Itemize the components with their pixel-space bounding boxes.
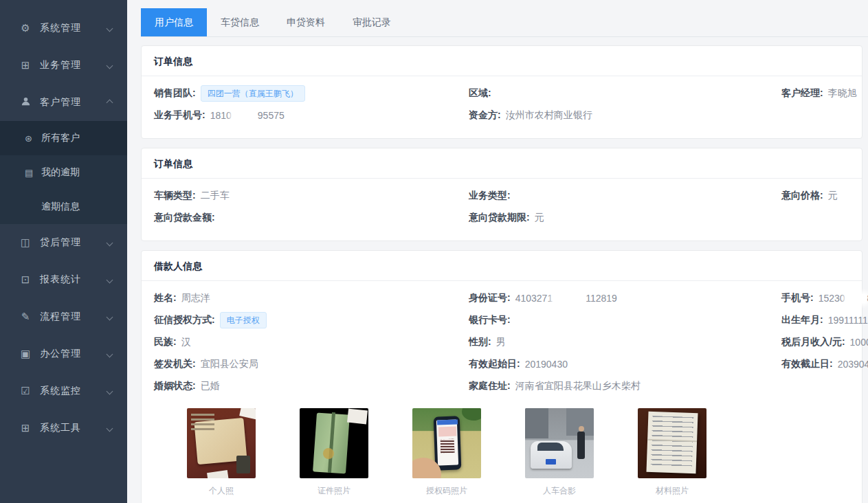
field-valid-from: 有效起始日: 20190430: [469, 358, 781, 370]
sidebar-item-business-management[interactable]: ⊞ 业务管理: [0, 47, 127, 84]
submenu-item-label: 所有客户: [41, 132, 80, 144]
phone-qr-code-photo-thumbnail[interactable]: [412, 408, 481, 478]
field-marital-status: 婚姻状态: 已婚: [154, 380, 469, 392]
monitor-icon: ⊡: [19, 273, 32, 286]
photo-caption: 人车合影: [525, 485, 594, 497]
field-issuing-authority: 签发机关: 宜阳县公安局: [154, 358, 469, 370]
field-mobile-phone: 手机号: 152308137: [781, 292, 868, 304]
toolbox-icon: ⊞: [19, 422, 32, 434]
book-icon: ◫: [19, 236, 32, 249]
order-info-card-2: 订单信息 车辆类型: 二手车 业务类型: 意向价格: 元: [141, 148, 863, 241]
field-intent-loan-term: 意向贷款期限: 元: [469, 212, 781, 224]
sidebar-item-system-management[interactable]: ⚙ 系统管理: [0, 10, 127, 47]
sidebar-item-system-monitor[interactable]: ☑ 系统监控: [0, 372, 127, 410]
sidebar-item-postloan-management[interactable]: ◫ 贷后管理: [0, 224, 127, 261]
sidebar-item-label: 系统工具: [40, 422, 107, 434]
id-card-photo-thumbnail[interactable]: [187, 408, 256, 478]
document-booklet-photo-thumbnail[interactable]: [300, 408, 368, 478]
photo-item: 授权码照片: [412, 408, 481, 497]
sidebar-item-process-management[interactable]: ✎ 流程管理: [0, 298, 127, 335]
chevron-up-icon: [107, 99, 113, 106]
submenu-item-label: 逾期信息: [41, 201, 80, 213]
field-bank-card: 银行卡号:: [469, 314, 781, 326]
chevron-down-icon: [107, 276, 113, 283]
field-funder: 资金方: 汝州市农村商业银行: [469, 109, 781, 122]
borrower-photo-list: 个人照 证件照片: [187, 408, 849, 497]
sidebar-item-label: 系统管理: [40, 22, 107, 34]
tab-user-info[interactable]: 用户信息: [141, 8, 207, 36]
chevron-down-icon: [107, 425, 113, 432]
sidebar-item-label: 流程管理: [40, 311, 107, 323]
field-credit-auth-method: 征信授权方式: 电子授权: [154, 312, 469, 328]
sidebar-item-label: 客户管理: [40, 96, 107, 109]
sidebar-item-report-statistics[interactable]: ⊡ 报表统计: [0, 261, 127, 298]
field-intent-loan-amount: 意向贷款金额:: [154, 212, 469, 224]
field-ethnicity: 民族: 汉: [154, 336, 469, 348]
photo-item: 材料照片: [638, 408, 706, 497]
chevron-down-icon: [107, 239, 113, 246]
card-title: 订单信息: [142, 46, 862, 76]
sales-team-tag[interactable]: 四团一营（直属王鹏飞）: [201, 85, 305, 102]
field-birth-date: 出生年月: 19911111: [781, 314, 868, 326]
field-gender: 性别: 男: [469, 336, 781, 348]
card-title: 订单信息: [142, 148, 862, 179]
app-window: ⚙ 系统管理 ⊞ 业务管理 客户管理 ⊛ 所有客户 ▤ 我的逾期: [0, 0, 868, 503]
tab-car-loan-info[interactable]: 车贷信息: [207, 8, 273, 36]
sidebar-item-office-management[interactable]: ▣ 办公管理: [0, 335, 127, 372]
tab-approval-records[interactable]: 审批记录: [339, 8, 405, 36]
order-info-card-1: 订单信息 销售团队: 四团一营（直属王鹏飞） 区域: 客户经理:: [141, 45, 863, 139]
field-business-type: 业务类型:: [469, 190, 781, 202]
field-valid-to: 有效截止日: 20390430: [781, 358, 868, 370]
photo-caption: 个人照: [187, 485, 256, 497]
card-title: 借款人信息: [142, 251, 862, 281]
photo-item: 证件照片: [300, 408, 368, 497]
submenu-item-all-customers[interactable]: ⊛ 所有客户: [0, 121, 127, 155]
photo-caption: 证件照片: [300, 485, 368, 497]
tab-panel-user-info: 订单信息 销售团队: 四团一营（直属王鹏飞） 区域: 客户经理:: [141, 37, 868, 503]
submenu-item-my-overdue[interactable]: ▤ 我的逾期: [0, 155, 127, 190]
field-business-phone: 业务手机号: 181095575: [154, 109, 469, 122]
field-intent-price: 意向价格: 元: [781, 190, 849, 202]
credit-auth-tag[interactable]: 电子授权: [220, 312, 267, 328]
sidebar-item-customer-management[interactable]: 客户管理: [0, 84, 127, 121]
sidebar-item-label: 报表统计: [40, 273, 107, 286]
redaction-blur: [846, 294, 867, 303]
field-region: 区域:: [469, 87, 781, 100]
clipboard-icon: ✎: [19, 311, 32, 323]
chevron-down-icon: [107, 313, 113, 320]
monitor-check-icon: ☑: [19, 385, 32, 397]
redaction-blur: [232, 111, 257, 120]
field-vehicle-type: 车辆类型: 二手车: [154, 190, 469, 202]
photo-item: 个人照: [187, 408, 256, 497]
chevron-down-icon: [107, 25, 113, 32]
redaction-blur: [553, 294, 585, 303]
archive-icon: ▣: [19, 348, 32, 360]
target-icon: ⊛: [25, 133, 35, 144]
submenu-item-label: 我的逾期: [41, 166, 80, 179]
chevron-down-icon: [107, 62, 113, 69]
submenu-item-overdue-info[interactable]: 逾期信息: [0, 190, 127, 224]
field-home-address: 家庭住址: 河南省宜阳县花果山乡木柴村: [469, 380, 781, 392]
sidebar-item-system-tools[interactable]: ⊞ 系统工具: [0, 410, 127, 447]
tab-loan-application-docs[interactable]: 申贷资料: [273, 8, 339, 36]
chevron-down-icon: [107, 350, 113, 357]
detail-tabs: 用户信息 车贷信息 申贷资料 审批记录: [141, 8, 868, 37]
handwritten-document-photo-thumbnail[interactable]: [638, 408, 706, 478]
user-icon: [19, 96, 32, 109]
photo-caption: 授权码照片: [412, 485, 481, 497]
field-monthly-income: 税后月收入/元: 10000: [781, 336, 868, 348]
sidebar-item-label: 贷后管理: [40, 236, 107, 249]
photo-caption: 材料照片: [638, 485, 706, 497]
sidebar: ⚙ 系统管理 ⊞ 业务管理 客户管理 ⊛ 所有客户 ▤ 我的逾期: [0, 0, 127, 503]
customer-submenu: ⊛ 所有客户 ▤ 我的逾期 逾期信息: [0, 121, 127, 224]
grid-icon: ⊞: [19, 59, 32, 71]
sidebar-item-label: 业务管理: [40, 59, 107, 71]
borrower-info-card: 借款人信息 姓名: 周志洋 身份证号: 4103271112819 手机号:: [141, 250, 863, 503]
field-sales-team: 销售团队: 四团一营（直属王鹏飞）: [154, 85, 469, 102]
photo-item: 人车合影: [525, 408, 594, 497]
field-account-manager: 客户经理: 李晓旭: [781, 87, 857, 100]
field-name: 姓名: 周志洋: [154, 292, 469, 304]
main-content: 用户信息 车贷信息 申贷资料 审批记录 订单信息 销售团队: 四团一营（直属王鹏…: [127, 0, 868, 503]
notebook-icon: ▤: [25, 168, 35, 178]
person-with-car-photo-thumbnail[interactable]: [525, 408, 594, 478]
